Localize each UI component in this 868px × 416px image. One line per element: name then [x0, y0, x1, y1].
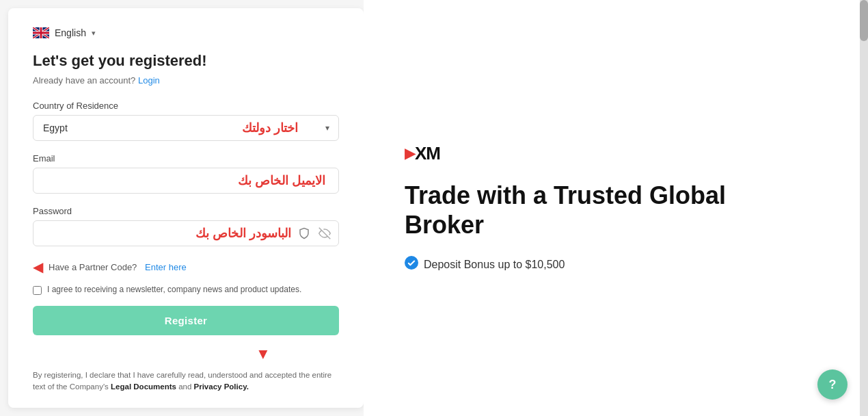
page-scrollbar[interactable] — [860, 0, 868, 416]
svg-point-2 — [405, 256, 418, 270]
xm-logo-text: XM — [415, 143, 440, 164]
red-arrow-left-icon: ◀ — [33, 259, 43, 275]
bonus-item: Deposit Bonus up to $10,500 — [405, 256, 565, 273]
password-input[interactable] — [33, 220, 339, 246]
check-circle-icon — [405, 256, 418, 273]
registration-form-panel: English ▾ Let's get you registered! Alre… — [8, 8, 364, 408]
register-button[interactable]: Register — [33, 306, 339, 335]
country-label: Country of Residence — [33, 101, 339, 111]
password-icons — [297, 226, 332, 241]
chevron-down-icon: ▾ — [92, 29, 96, 38]
privacy-policy-link[interactable]: Privacy Policy. — [194, 382, 249, 391]
language-label: English — [55, 27, 86, 38]
legal-docs-link[interactable]: Legal Documents — [111, 382, 176, 391]
newsletter-checkbox[interactable] — [33, 286, 42, 295]
login-link[interactable]: Login — [138, 75, 160, 86]
partner-code-text: Have a Partner Code? — [49, 262, 137, 272]
language-selector[interactable]: English ▾ — [33, 27, 339, 38]
email-field-group: Email الايميل الخاص بك — [33, 153, 339, 194]
email-input[interactable] — [33, 168, 339, 194]
password-visibility-icon[interactable] — [317, 226, 332, 241]
disclaimer-text: By registering, I declare that I have ca… — [33, 369, 339, 393]
flag-icon — [33, 27, 49, 38]
partner-code-row: ◀ Have a Partner Code? Enter here — [33, 259, 339, 275]
country-field-group: Country of Residence Egypt ▾ اختار دولتك — [33, 101, 339, 141]
enter-here-link[interactable]: Enter here — [145, 262, 187, 272]
xm-logo: ▶ XM — [405, 143, 440, 164]
help-button[interactable]: ? — [817, 369, 847, 400]
scrollbar-thumb[interactable] — [860, 0, 868, 41]
and-text: and — [178, 382, 191, 391]
newsletter-checkbox-row: I agree to receiving a newsletter, compa… — [33, 285, 339, 295]
already-account-text: Already have an account? — [33, 75, 135, 86]
country-select-wrapper: Egypt ▾ اختار دولتك — [33, 115, 339, 141]
bonus-text: Deposit Bonus up to $10,500 — [424, 259, 565, 271]
register-btn-wrapper: Register ▲ — [33, 306, 339, 345]
page-title: Let's get you registered! — [33, 52, 339, 70]
red-arrow-down-icon: ▲ — [256, 346, 271, 364]
password-input-wrapper: الباسودر الخاص بك — [33, 220, 339, 246]
password-label: Password — [33, 206, 339, 216]
newsletter-label: I agree to receiving a newsletter, compa… — [47, 285, 301, 294]
password-field-group: Password الباسودر الخاص بك — [33, 206, 339, 246]
country-select[interactable]: Egypt — [33, 115, 339, 141]
login-prompt: Already have an account? Login — [33, 75, 339, 86]
right-title: Trade with a Trusted Global Broker — [405, 181, 746, 239]
password-strength-icon[interactable] — [297, 226, 312, 241]
right-panel: ▶ XM Trade with a Trusted Global Broker … — [364, 0, 868, 416]
xm-arrow-icon: ▶ — [405, 146, 415, 160]
email-label: Email — [33, 153, 339, 164]
email-input-wrapper: الايميل الخاص بك — [33, 168, 339, 194]
